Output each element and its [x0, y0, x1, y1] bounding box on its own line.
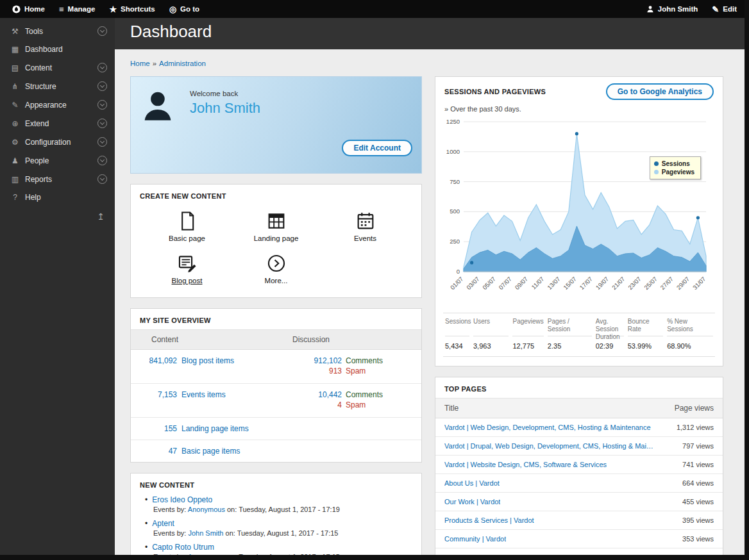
toolbar-edit[interactable]: ✎ Edit: [705, 0, 744, 18]
content-item-link[interactable]: Capto Roto Utrum: [152, 543, 214, 552]
target-icon: ◎: [169, 5, 176, 13]
admin-toolbar: Home ≡ Manage ★ Shortcuts ◎ Go to John S…: [0, 0, 749, 18]
page-title-link[interactable]: Our Work | Vardot: [444, 498, 500, 506]
sidebar-item[interactable]: ▤ Content: [0, 58, 115, 77]
svg-text:1250: 1250: [446, 118, 460, 125]
more-icon: [265, 252, 287, 274]
page-views-count: 455 views: [682, 498, 714, 506]
content-item-byline: Events by: John Smith on: Tuesday, Augus…: [153, 529, 412, 537]
toolbar-user[interactable]: John Smith: [639, 0, 705, 18]
window-edge-bottom: [0, 555, 749, 560]
toolbar-home[interactable]: Home: [5, 0, 52, 18]
author-link[interactable]: Anonymous: [188, 506, 225, 513]
welcome-user-name: John Smith: [190, 100, 411, 117]
top-pages-row: Vardot | Drupal, Web Design, Development…: [435, 437, 723, 456]
left-column: Welcome back John Smith Edit Account CRE…: [130, 76, 422, 560]
top-pages-card: TOP PAGES Title Page views Vardot | Web …: [435, 377, 723, 560]
chevron-down-icon[interactable]: [97, 156, 107, 165]
pencil-icon: ✎: [712, 5, 719, 13]
chevron-down-icon[interactable]: [97, 63, 107, 72]
chevron-down-icon[interactable]: [97, 137, 107, 147]
toolbar-shortcuts-label: Shortcuts: [121, 5, 155, 13]
sidebar-item[interactable]: ▥ Reports: [0, 170, 115, 188]
breadcrumb-section-link[interactable]: Administration: [159, 60, 206, 67]
create-basic-page[interactable]: Basic page: [142, 210, 231, 242]
sidebar-item-label: People: [25, 156, 97, 165]
top-pages-row: Community | Vardot 353 views: [435, 530, 723, 548]
page-title-link[interactable]: Vardot | Drupal, Web Design, Development…: [444, 442, 656, 450]
toolbar-manage[interactable]: ≡ Manage: [52, 0, 102, 18]
page-title-link[interactable]: Vardot | Web Design, Development, CMS, H…: [444, 424, 651, 431]
page-title-link[interactable]: Vardot | Website Design, CMS, Software &…: [444, 461, 607, 468]
page-title-link[interactable]: Community | Vardot: [444, 535, 506, 543]
google-analytics-button[interactable]: Go to Google Analytics: [606, 83, 714, 100]
page-title-link[interactable]: About Us | Vardot: [444, 479, 500, 487]
site-overview-title: MY SITE OVERVIEW: [131, 309, 421, 329]
dashboard-icon: ▦: [9, 45, 21, 54]
spam-count[interactable]: 4: [303, 400, 342, 409]
content-type-link[interactable]: Blog post items: [181, 356, 234, 365]
comments-count-link[interactable]: 10,442: [303, 390, 342, 399]
blog-post-icon: [176, 252, 198, 274]
chevron-down-icon[interactable]: [97, 100, 107, 110]
comments-count-link[interactable]: 912,102: [303, 356, 342, 365]
content-item-link[interactable]: Aptent: [152, 519, 174, 528]
edit-account-button[interactable]: Edit Account: [342, 140, 412, 156]
sidebar-item[interactable]: ✎ Appearance: [0, 95, 115, 114]
breadcrumb: Home»Administration: [130, 60, 736, 67]
create-blog-post[interactable]: Blog post: [142, 252, 231, 284]
site-overview-row: 47 Basic page items: [131, 440, 421, 462]
content-item-date: Tuesday, August 1, 2017 - 17:19: [239, 506, 340, 513]
create-content-card: CREATE NEW CONTENT Basic page: [130, 184, 422, 298]
svg-text:01/07: 01/07: [449, 276, 465, 292]
sidebar-item[interactable]: ⊕ Extend: [0, 114, 115, 133]
legend-entry: Pageviews: [654, 168, 694, 176]
sidebar-item[interactable]: ♟ People: [0, 151, 115, 170]
content-item-date: Tuesday, August 1, 2017 - 17:15: [237, 529, 339, 537]
content-type-link[interactable]: Events items: [181, 390, 226, 399]
toolbar-shortcuts[interactable]: ★ Shortcuts: [102, 0, 162, 18]
breadcrumb-home-link[interactable]: Home: [130, 60, 150, 67]
sidebar-item[interactable]: ⚒ Tools: [0, 22, 115, 40]
sessions-chart: 02505007501000125001/0703/0705/0707/0709…: [439, 115, 715, 309]
app-layout: ⚒ Tools ▦ Dashboard ▤ Content ⋔: [0, 18, 749, 560]
chevron-down-icon[interactable]: [97, 174, 107, 184]
spam-count[interactable]: 913: [303, 366, 342, 375]
sidebar-item[interactable]: ⚙ Configuration: [0, 133, 115, 151]
author-link[interactable]: John Smith: [188, 529, 223, 537]
page-title: Dashboard: [115, 18, 749, 49]
create-tile-label: Basic page: [169, 235, 205, 242]
content-count-link[interactable]: 7,153: [140, 390, 177, 399]
content-type-link[interactable]: Landing page items: [181, 424, 249, 433]
sidebar-item[interactable]: ▦ Dashboard: [0, 40, 115, 58]
stat-value: 3,963: [473, 336, 509, 356]
chevron-down-icon[interactable]: [97, 26, 107, 36]
svg-text:21/07: 21/07: [610, 276, 627, 292]
content-type-link[interactable]: Basic page items: [181, 447, 240, 456]
create-more[interactable]: More...: [231, 252, 321, 284]
create-landing-page[interactable]: Landing page: [231, 210, 321, 242]
comments-label: Comments: [346, 356, 389, 365]
sidebar-item[interactable]: ⋔ Structure: [0, 77, 115, 95]
main-area: Dashboard Home»Administration Welcome ba…: [115, 18, 749, 560]
content-count-link[interactable]: 155: [140, 424, 177, 433]
column-title: Title: [444, 404, 459, 413]
chevron-down-icon[interactable]: [97, 119, 107, 128]
chevron-down-icon[interactable]: [97, 81, 107, 91]
welcome-greeting: Welcome back: [190, 90, 411, 97]
appearance-icon: ✎: [9, 101, 21, 110]
toolbar-orientation-toggle-icon[interactable]: ↥: [0, 206, 115, 227]
stat-label: Pages / Session: [548, 313, 592, 336]
top-pages-title: TOP PAGES: [435, 377, 723, 398]
content-count-link[interactable]: 47: [140, 447, 177, 456]
window-edge-right: [745, 0, 749, 560]
content-item-link[interactable]: Eros Ideo Oppeto: [152, 495, 212, 504]
page-title-link[interactable]: Products & Services | Vardot: [444, 516, 534, 524]
sidebar-item[interactable]: ? Help: [0, 188, 115, 206]
svg-text:1000: 1000: [446, 148, 460, 155]
toolbar-goto[interactable]: ◎ Go to: [162, 0, 206, 18]
content-count-link[interactable]: 841,092: [140, 356, 177, 365]
top-pages-row: Products & Services | Vardot 395 views: [435, 511, 723, 530]
legend-label: Pageviews: [662, 168, 694, 176]
create-events[interactable]: Events: [321, 210, 410, 242]
